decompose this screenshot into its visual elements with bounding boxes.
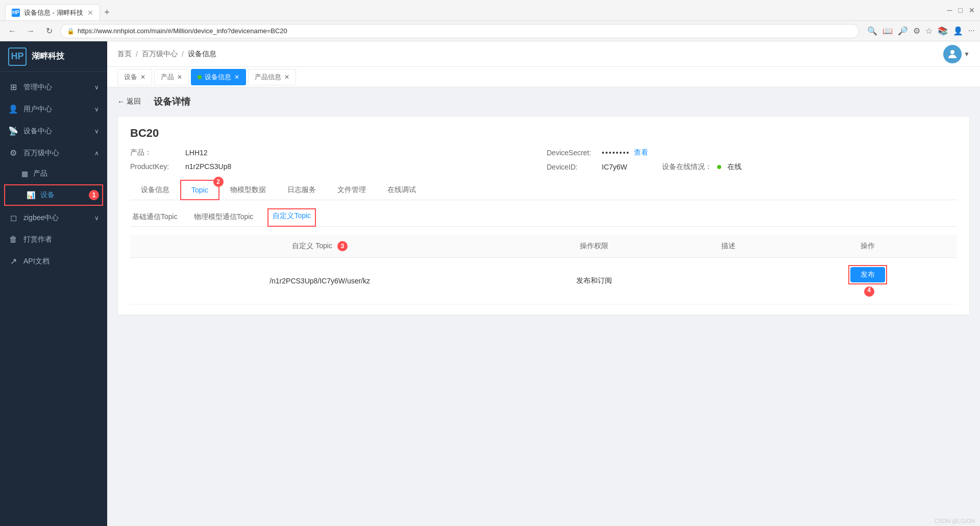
zigbee-label: zigbee中心 [23,213,59,223]
back-divider [147,97,148,107]
breadcrumb-million[interactable]: 百万级中心 [142,50,178,59]
million-arrow: ∧ [94,150,99,157]
breadcrumb-sep1: / [136,50,138,58]
product-key-label: ProductKey: [130,162,181,171]
zigbee-arrow: ∨ [94,214,99,222]
watermark: CSDN @LGION [934,518,975,524]
tab-file-mgmt[interactable]: 文件管理 [327,180,377,200]
user-avatar[interactable] [943,45,962,63]
sub-tab-custom[interactable]: 自定义Topic [267,208,316,227]
back-nav-btn[interactable]: ← [5,27,19,36]
product-key-value: n1r2PCS3Up8 [185,162,231,171]
breadcrumb-current: 设备信息 [188,50,216,59]
publish-button[interactable]: 发布 [850,267,885,282]
api-icon: ↗ [8,256,18,266]
tab-device-label: 设备 [124,73,137,82]
sidebar-item-product[interactable]: ▦ 产品 [0,164,107,183]
detail-tabs: 设备信息 Topic 2 物模型数据 日志服务 文件管理 [130,180,957,200]
new-tab-btn[interactable]: + [100,5,114,19]
sidebar-item-reward[interactable]: 🗑 打赏作者 [0,229,107,250]
device-sub-icon: 📊 [27,191,35,199]
sidebar-item-admin[interactable]: ⊞ 管理中心 ∨ [0,76,107,98]
table-header-row: 自定义 Topic 3 操作权限 描述 操作 [130,235,957,258]
tab-device-info-close[interactable]: ✕ [234,74,239,81]
annotation-1: 1 [89,190,99,200]
online-status: 在线 [727,162,742,172]
tab-model-data-label: 物模型数据 [230,185,266,194]
lock-icon: 🔒 [67,28,75,35]
sidebar-item-million[interactable]: ⚙ 百万级中心 ∧ [0,142,107,164]
logo-text: HP [11,51,23,62]
sidebar-item-zigbee[interactable]: ◻ zigbee中心 ∨ [0,207,107,229]
logo-icon: HP [8,47,27,66]
admin-label: 管理中心 [23,83,52,92]
col-action-header: 操作 [778,235,957,258]
device-name: BC20 [130,127,957,140]
tab-device-info[interactable]: 设备信息 ✕ [191,69,246,85]
sidebar: HP 湖畔科技 ⊞ 管理中心 ∨ 👤 用户中心 ∨ 📡 设备中心 ∨ [0,41,107,526]
tab-close-btn[interactable]: ✕ [87,9,93,17]
browser-toolbar: ← → ↻ 🔒 https://www.nnhpiot.com/main/#/M… [0,20,980,41]
breadcrumb-home[interactable]: 首页 [117,50,132,59]
sidebar-item-device-center[interactable]: 📡 设备中心 ∨ [0,120,107,142]
more-icon[interactable]: ··· [968,26,975,36]
breadcrumb: 首页 / 百万级中心 / 设备信息 [117,50,216,59]
window-controls: ─ □ ✕ [947,6,975,14]
product-label: 产品 [33,169,47,178]
refresh-btn[interactable]: ↻ [42,26,56,36]
api-label: API文档 [23,257,50,266]
tab-product-info[interactable]: 产品信息 ✕ [248,69,296,85]
sidebar-logo: HP 湖畔科技 [0,41,107,72]
favorite-icon[interactable]: ☆ [925,26,933,36]
tab-log-service-label: 日志服务 [287,185,316,194]
tab-topic-label: Topic [191,186,208,194]
topic-table: 自定义 Topic 3 操作权限 描述 操作 /n1r2PCS3Up8/IC7y… [130,235,957,304]
tab-device-close[interactable]: ✕ [140,74,145,81]
online-indicator [717,165,721,169]
tab-device[interactable]: 设备 ✕ [117,69,152,85]
tab-product-close[interactable]: ✕ [177,74,182,81]
device-secret-masked: •••••••• [602,149,630,157]
user-dropdown-arrow[interactable]: ▼ [964,51,970,58]
sidebar-item-device[interactable]: 📊 设备 1 [4,184,103,206]
tabs-bar: 设备 ✕ 产品 ✕ 设备信息 ✕ 产品信息 ✕ [107,67,980,87]
tab-online-debug[interactable]: 在线调试 [377,180,427,200]
back-button[interactable]: ← 返回 [117,97,141,106]
tab-log-service[interactable]: 日志服务 [277,180,327,200]
browser-tab-active[interactable]: HP 设备信息 - 湖畔科技 ✕ [5,4,100,20]
zoom-icon[interactable]: 🔎 [898,26,908,36]
top-nav: 首页 / 百万级中心 / 设备信息 ▼ [107,41,980,67]
settings-icon[interactable]: ⚙ [913,26,920,36]
tab-product-info-close[interactable]: ✕ [284,74,289,81]
topic-action: 发布 4 [778,258,957,304]
read-icon[interactable]: 📖 [883,26,893,36]
tab-topic[interactable]: Topic 2 [180,180,219,200]
device-card: BC20 产品： LHH12 ProductKey: n1r2PCS3Up8 [117,116,970,315]
zigbee-icon: ◻ [8,213,18,223]
sub-tab-basic[interactable]: 基础通信Topic [130,208,180,227]
close-btn[interactable]: ✕ [969,6,975,14]
sub-tab-physical[interactable]: 物理模型通信Topic [192,208,256,227]
forward-nav-btn[interactable]: → [23,27,38,36]
product-key-row: ProductKey: n1r2PCS3Up8 [130,162,541,171]
tab-model-data[interactable]: 物模型数据 [219,180,277,200]
address-bar[interactable]: 🔒 https://www.nnhpiot.com/main/#/Million… [60,24,859,38]
avatar-icon [946,48,959,60]
sidebar-item-api[interactable]: ↗ API文档 [0,250,107,272]
company-name: 湖畔科技 [32,51,64,62]
tab-product[interactable]: 产品 ✕ [154,69,189,85]
device-secret-link[interactable]: 查看 [634,148,648,157]
tab-device-info-detail[interactable]: 设备信息 [130,180,180,200]
minimize-btn[interactable]: ─ [947,6,952,14]
tab-file-mgmt-label: 文件管理 [337,185,366,194]
device-sub-label: 设备 [40,190,55,200]
annotation-4: 4 [864,286,874,297]
collection-icon[interactable]: 📚 [938,26,948,36]
user-icon[interactable]: 👤 [953,26,963,36]
maximize-btn[interactable]: □ [959,6,963,14]
online-label: 设备在线情况： [662,162,713,172]
search-icon[interactable]: 🔍 [867,26,877,36]
tab-online-debug-label: 在线调试 [387,185,416,194]
sidebar-item-user[interactable]: 👤 用户中心 ∨ [0,98,107,120]
device-id-value: IC7y6W [602,163,627,171]
